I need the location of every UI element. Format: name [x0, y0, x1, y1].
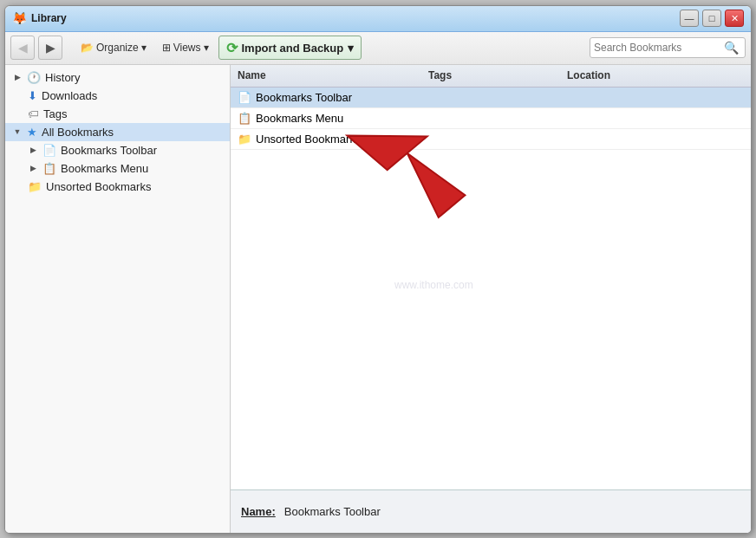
sidebar-item-downloads[interactable]: ⬇ Downloads — [5, 87, 230, 105]
views-arrow: ▾ — [204, 42, 209, 54]
tags-icon: 🏷 — [28, 107, 39, 120]
views-button[interactable]: ⊞ Views ▾ — [156, 36, 215, 60]
maximize-button[interactable]: □ — [702, 10, 721, 27]
history-expander: ▶ — [12, 72, 23, 82]
sidebar-label-bookmarks-menu: Bookmarks Menu — [61, 162, 148, 175]
history-icon: 🕐 — [27, 71, 41, 84]
row3-name: Unsorted Bookmarks — [256, 133, 361, 146]
import-backup-arrow: ▾ — [348, 42, 354, 55]
sidebar-label-downloads: Downloads — [42, 89, 97, 102]
col-tags-header: Tags — [428, 69, 567, 81]
table-row[interactable]: 📁 Unsorted Bookmarks — [231, 129, 751, 150]
name-value: Bookmarks Toolbar — [284, 505, 381, 518]
sidebar-item-bookmarks-menu[interactable]: ▶ 📋 Bookmarks Menu — [5, 159, 230, 178]
organize-arrow: ▾ — [141, 42, 147, 54]
organize-button[interactable]: 📂 Organize ▾ — [75, 36, 153, 60]
sidebar-label-bookmarks-toolbar: Bookmarks Toolbar — [61, 144, 157, 157]
views-label: Views — [173, 42, 201, 54]
bottom-pane: Name: Bookmarks Toolbar — [231, 489, 751, 533]
downloads-icon: ⬇ — [28, 89, 37, 102]
sidebar-item-all-bookmarks[interactable]: ▼ ★ All Bookmarks — [5, 123, 230, 141]
unsorted-bookmarks-icon: 📁 — [28, 180, 42, 193]
sidebar-item-bookmarks-toolbar[interactable]: ▶ 📄 Bookmarks Toolbar — [5, 141, 230, 159]
toolbar: ◀ ▶ 📂 Organize ▾ ⊞ Views ▾ ⟳ Import and … — [5, 32, 751, 65]
col-name-header: Name — [238, 69, 428, 81]
bookmarks-menu-icon: 📋 — [42, 162, 56, 175]
back-button[interactable]: ◀ — [10, 36, 35, 60]
window-controls: — □ ✕ — [680, 10, 744, 27]
window-title: Library — [31, 12, 680, 24]
sidebar-label-tags: Tags — [43, 107, 67, 120]
table-row[interactable]: 📄 Bookmarks Toolbar — [231, 88, 751, 108]
all-bookmarks-expander: ▼ — [12, 126, 23, 137]
row2-name: Bookmarks Menu — [256, 112, 343, 125]
sidebar-item-history[interactable]: ▶ 🕐 History — [5, 68, 230, 87]
firefox-icon: 🦊 — [12, 11, 26, 25]
name-label: Name: — [241, 505, 276, 518]
forward-button[interactable]: ▶ — [38, 36, 62, 60]
organize-label: Organize — [96, 42, 139, 54]
search-box: 🔍 — [590, 37, 746, 58]
row2-icon: 📋 — [238, 112, 251, 125]
row1-name: Bookmarks Toolbar — [256, 91, 352, 104]
row3-icon: 📁 — [238, 133, 251, 146]
all-bookmarks-icon: ★ — [27, 126, 37, 139]
sidebar-item-unsorted-bookmarks[interactable]: 📁 Unsorted Bookmarks — [5, 178, 230, 196]
import-backup-label: Import and Backup — [242, 42, 344, 55]
right-pane: Name Tags Location 📄 Bookmarks Toolbar — [231, 65, 751, 533]
row1-icon: 📄 — [238, 91, 251, 104]
main-content: ▶ 🕐 History ⬇ Downloads 🏷 Tags ▼ ★ — [5, 65, 751, 533]
col-location-header: Location — [567, 69, 744, 81]
import-backup-icon: ⟳ — [226, 40, 238, 56]
sidebar-item-tags[interactable]: 🏷 Tags — [5, 105, 230, 123]
sidebar: ▶ 🕐 History ⬇ Downloads 🏷 Tags ▼ ★ — [5, 65, 231, 533]
search-icon[interactable]: 🔍 — [724, 41, 739, 55]
close-button[interactable]: ✕ — [725, 10, 744, 27]
table-row[interactable]: 📋 Bookmarks Menu — [231, 108, 751, 129]
views-icon: ⊞ — [162, 42, 171, 54]
title-bar: 🦊 Library — □ ✕ — [5, 6, 751, 32]
sidebar-label-all-bookmarks: All Bookmarks — [42, 126, 114, 139]
import-backup-button[interactable]: ⟳ Import and Backup ▾ — [218, 36, 362, 60]
list-header: Name Tags Location — [231, 65, 751, 88]
organize-icon: 📂 — [81, 42, 94, 54]
sidebar-label-history: History — [45, 71, 80, 84]
bookmarks-menu-expander: ▶ — [28, 163, 38, 173]
list-body: 📄 Bookmarks Toolbar 📋 Bookmarks Menu — [231, 88, 751, 489]
sidebar-label-unsorted-bookmarks: Unsorted Bookmarks — [46, 180, 151, 193]
minimize-button[interactable]: — — [680, 10, 699, 27]
bookmarks-toolbar-expander: ▶ — [28, 145, 38, 155]
bookmarks-toolbar-icon: 📄 — [42, 144, 56, 157]
search-input[interactable] — [594, 42, 724, 54]
